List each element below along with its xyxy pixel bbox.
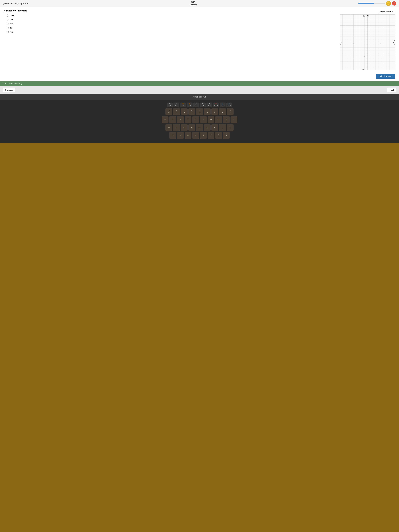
radio-one[interactable] <box>6 19 9 21</box>
key-comma[interactable]: <, <box>208 132 214 139</box>
key-j[interactable]: J <box>196 124 203 131</box>
option-four[interactable]: four <box>6 31 336 33</box>
svg-text:5: 5 <box>380 43 381 45</box>
key-9[interactable]: (9 <box>204 108 211 115</box>
keyboard: ⊞ F3 ⠿ F4 🔆 F5 🔅 F6 ⏮ F7 ⏯ F8 ⏭ F9 🔇 <box>0 100 399 143</box>
key-k[interactable]: K <box>204 124 211 131</box>
key-f6[interactable]: 🔅 F6 <box>187 102 192 107</box>
key-slash[interactable]: ?/ <box>223 132 230 139</box>
key-e[interactable]: E <box>162 116 169 123</box>
score-label: 9/15 <box>190 1 196 4</box>
question-title: Number of x-intercepts <box>4 10 336 12</box>
radio-none[interactable] <box>6 14 9 17</box>
svg-text:5: 5 <box>364 27 365 29</box>
key-quote[interactable]: "' <box>227 124 234 131</box>
key-5[interactable]: %5 <box>173 108 180 115</box>
option-none-label: none <box>10 14 14 17</box>
radio-three[interactable] <box>6 27 9 29</box>
key-c[interactable]: C <box>169 132 176 139</box>
key-o[interactable]: O <box>208 116 214 123</box>
radio-two[interactable] <box>6 23 9 25</box>
next-button[interactable]: Next <box>387 88 396 92</box>
correct-label: Correct <box>190 4 196 6</box>
key-6[interactable]: ^6 <box>181 108 188 115</box>
graph-container: Enable Zoom/Pan <box>340 10 395 70</box>
key-d[interactable]: D <box>165 124 172 131</box>
navigation-bar: Previous Next <box>0 86 399 94</box>
key-f4[interactable]: ⠿ F4 <box>173 102 179 107</box>
key-b[interactable]: B <box>185 132 191 139</box>
key-7[interactable]: &7 <box>188 108 195 115</box>
svg-text:-5: -5 <box>363 55 365 57</box>
svg-text:-10: -10 <box>340 43 341 45</box>
key-equals[interactable]: += <box>227 108 234 115</box>
progress-bar <box>358 3 385 4</box>
key-n[interactable]: N <box>192 132 199 139</box>
key-f5[interactable]: 🔆 F5 <box>180 102 186 107</box>
key-lbracket[interactable]: {[ <box>223 116 230 123</box>
radio-four[interactable] <box>6 31 9 33</box>
header-right: 🪙 2 <box>358 1 396 6</box>
key-p[interactable]: P <box>215 116 222 123</box>
option-none[interactable]: none <box>6 14 336 17</box>
svg-marker-38 <box>393 42 395 43</box>
score-area: 9/15 Correct <box>190 1 196 6</box>
svg-text:-5: -5 <box>352 43 354 45</box>
previous-button[interactable]: Previous <box>3 88 15 92</box>
key-h[interactable]: H <box>188 124 195 131</box>
coin-icon: 🪙 <box>386 1 391 6</box>
option-one-label: one <box>10 19 13 21</box>
radio-group: none one two three four <box>6 14 336 33</box>
option-four-label: four <box>10 31 13 33</box>
question-info: Question 8 of 11, Step 1 of 2 <box>3 2 28 5</box>
number-row: $4 %5 ^6 &7 *8 (9 )0 _- += <box>165 108 234 115</box>
svg-text:10: 10 <box>363 15 365 17</box>
svg-text:10: 10 <box>393 43 394 45</box>
option-two-label: two <box>10 23 13 25</box>
svg-text:-10: -10 <box>362 69 365 70</box>
key-g[interactable]: G <box>181 124 188 131</box>
question-area: Number of x-intercepts none one two thre… <box>0 7 399 72</box>
key-y[interactable]: Y <box>185 116 191 123</box>
submit-area: Submit Answer <box>0 72 399 81</box>
header-bar: Question 8 of 11, Step 1 of 2 9/15 Corre… <box>0 0 399 7</box>
key-m[interactable]: M <box>200 132 207 139</box>
option-three[interactable]: three <box>6 27 336 29</box>
qwerty-row: E R T Y U I O P {[ }] <box>162 116 237 123</box>
key-i[interactable]: I <box>200 116 207 123</box>
svg-marker-39 <box>340 42 342 43</box>
key-rbracket[interactable]: }] <box>230 116 237 123</box>
asdf-row: D F G H J K L :; "' <box>165 124 234 131</box>
coordinate-graph: x y -10 -5 5 10 10 5 -5 -10 <box>340 14 395 70</box>
key-r[interactable]: R <box>169 116 176 123</box>
bottom-row: C V B N M <, >. ?/ <box>169 132 230 139</box>
key-f3[interactable]: ⊞ F3 <box>167 102 173 107</box>
key-semicolon[interactable]: :; <box>219 124 226 131</box>
copyright-bar: © 2021 Hawkes Learning <box>0 81 399 86</box>
option-two[interactable]: two <box>6 23 336 25</box>
key-8[interactable]: *8 <box>196 108 203 115</box>
key-u[interactable]: U <box>192 116 199 123</box>
key-f12[interactable]: 🔊 F12 <box>226 102 232 107</box>
key-period[interactable]: >. <box>215 132 222 139</box>
zoom-pan-button[interactable]: Enable Zoom/Pan <box>378 10 395 13</box>
progress-fill <box>358 3 374 4</box>
key-f11[interactable]: 🔉 F11 <box>220 102 226 107</box>
svg-text:y: y <box>368 14 369 17</box>
option-one[interactable]: one <box>6 19 336 21</box>
badge-count: 2 <box>392 1 396 6</box>
key-f8[interactable]: ⏯ F8 <box>200 102 206 107</box>
submit-answer-button[interactable]: Submit Answer <box>376 74 395 79</box>
svg-text:x: x <box>394 39 395 42</box>
key-f9[interactable]: ⏭ F9 <box>207 102 212 107</box>
key-f7[interactable]: ⏮ F7 <box>193 102 199 107</box>
svg-marker-40 <box>367 14 368 16</box>
key-f[interactable]: F <box>173 124 180 131</box>
key-l[interactable]: L <box>211 124 218 131</box>
key-f10[interactable]: 🔇 F10 <box>213 102 219 107</box>
key-0[interactable]: )0 <box>211 108 218 115</box>
key-v[interactable]: V <box>177 132 184 139</box>
key-t[interactable]: T <box>177 116 184 123</box>
key-minus[interactable]: _- <box>219 108 226 115</box>
key-4[interactable]: $4 <box>165 108 172 115</box>
